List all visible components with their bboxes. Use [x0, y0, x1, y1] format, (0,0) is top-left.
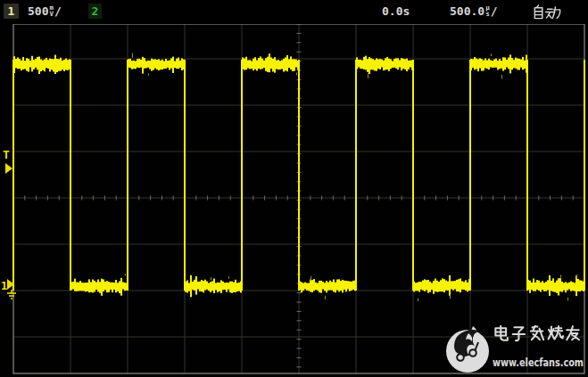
trigger-level-label: T [3, 148, 10, 161]
channel-1-scale-unit: m V [49, 5, 54, 17]
glyph-dong [546, 7, 560, 19]
trigger-mode-label [532, 4, 562, 20]
glyph-fa [531, 326, 543, 340]
channel-1-scale[interactable]: 500 m V / [28, 4, 62, 18]
trigger-level-marker[interactable]: T [3, 148, 12, 174]
ch1-waveform [12, 53, 585, 301]
timebase-unit: µ s [485, 5, 490, 17]
watermark-brand-glyphs [495, 326, 579, 340]
glyph-zi [534, 5, 542, 19]
elecfans-logo-icon [446, 326, 489, 373]
timebase-readout[interactable]: 500.0 µ s / [450, 4, 497, 18]
oscilloscope-screen: T1 1 500 m V / 2 0.0s 500.0 µ s / [0, 0, 588, 377]
trigger-delay-readout: 0.0s [382, 4, 410, 18]
glyph-dian [495, 326, 507, 340]
glyph-zi2 [513, 327, 525, 340]
channel-2-badge[interactable]: 2 [88, 4, 102, 19]
timebase-value: 500.0 [450, 4, 484, 18]
channel-1-badge[interactable]: 1 [4, 4, 19, 19]
watermark[interactable]: www.elecfans.com [441, 319, 587, 376]
glyph-shao [549, 326, 563, 339]
ch1-ground-label: 1 [1, 280, 7, 292]
channel-1-scale-value: 500 [28, 4, 48, 18]
watermark-url[interactable]: www.elecfans.com [493, 357, 584, 369]
status-bar: 1 500 m V / 2 0.0s 500.0 µ s / [0, 0, 588, 24]
glyph-you [567, 326, 579, 340]
